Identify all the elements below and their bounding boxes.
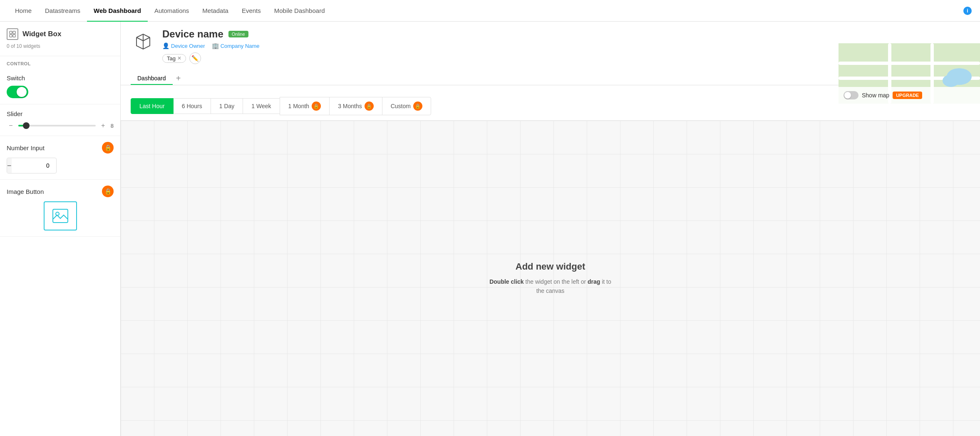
nav-web-dashboard[interactable]: Web Dashboard (87, 0, 148, 22)
desc-drag: drag (588, 278, 600, 285)
top-navigation: Home Datastreams Web Dashboard Automatio… (0, 0, 980, 22)
toggle-thumb (17, 87, 27, 97)
switch-widget-item[interactable]: Switch (0, 69, 120, 104)
device-name-row: Device name Online (162, 28, 970, 40)
desc-double-click: Double click (489, 278, 523, 285)
svg-line-8 (143, 37, 150, 41)
widget-box-title: Widget Box (22, 30, 61, 38)
upgrade-badge[interactable]: UPGRADE (893, 92, 922, 99)
map-section: Show map UPGRADE (839, 43, 980, 104)
nav-automations[interactable]: Automations (148, 0, 196, 22)
svg-line-7 (136, 37, 143, 41)
switch-widget-header: Switch (7, 74, 114, 82)
desc-rest2: it to (600, 278, 611, 285)
device-owner-link[interactable]: 👤 Device Owner (162, 42, 205, 49)
widget-box-icon (7, 28, 18, 40)
control-section-label: CONTROL (0, 58, 120, 69)
svg-rect-3 (13, 35, 15, 37)
add-widget-desc: Double click the widget on the left or d… (489, 277, 611, 296)
number-input-widget-title: Number Input (7, 144, 45, 151)
nav-home[interactable]: Home (8, 0, 38, 22)
number-input-lock-badge: 🔒 (102, 142, 114, 154)
slider-thumb[interactable] (23, 122, 30, 129)
filter-1month[interactable]: 1 Month 🔒 (280, 97, 330, 115)
tag-label: Tag (167, 55, 176, 62)
desc-rest1: the widget on the left or (524, 278, 588, 285)
svg-rect-1 (13, 31, 15, 34)
image-button-widget-header: Image Button 🔒 (7, 186, 114, 197)
widget-count: 0 of 10 widgets (0, 43, 120, 54)
nav-datastreams[interactable]: Datastreams (38, 0, 87, 22)
map-overlay: Show map UPGRADE (839, 87, 980, 104)
canvas-area[interactable]: Add new widget Double click the widget o… (121, 121, 980, 436)
canvas-content: Add new widget Double click the widget o… (121, 121, 980, 436)
number-input-container: − + (7, 158, 57, 173)
filter-3months[interactable]: 3 Months 🔒 (329, 97, 382, 115)
tag-remove-btn[interactable]: ✕ (177, 55, 181, 61)
main-layout: Widget Box 0 of 10 widgets CONTROL Switc… (0, 22, 980, 436)
filter-1month-label: 1 Month (288, 103, 310, 109)
slider-track[interactable] (18, 125, 96, 126)
3months-lock-icon: 🔒 (365, 102, 374, 111)
add-tab-btn[interactable]: + (173, 72, 184, 84)
filter-1week[interactable]: 1 Week (243, 98, 280, 114)
image-button-preview (44, 201, 77, 230)
image-button-widget-item[interactable]: Image Button 🔒 (0, 180, 120, 237)
svg-rect-4 (53, 209, 68, 223)
filter-custom[interactable]: Custom 🔒 (382, 97, 431, 115)
number-minus-btn[interactable]: − (7, 158, 12, 173)
number-input-widget-item[interactable]: Number Input 🔒 − + (0, 136, 120, 180)
nav-mobile-dashboard[interactable]: Mobile Dashboard (268, 0, 332, 22)
slider-plus-btn[interactable]: + (99, 121, 107, 130)
slider-minus-btn[interactable]: − (7, 121, 15, 130)
add-widget-title: Add new widget (516, 261, 585, 272)
company-name-label: Company Name (221, 43, 260, 49)
tag-chip: Tag ✕ (162, 54, 186, 63)
person-icon: 👤 (162, 42, 169, 49)
dashboard-tab[interactable]: Dashboard (131, 72, 173, 85)
info-icon[interactable]: i (963, 7, 972, 15)
sidebar: Widget Box 0 of 10 widgets CONTROL Switc… (0, 22, 121, 436)
slider-value: 8 (111, 123, 114, 129)
tag-edit-btn[interactable]: ✏️ (189, 52, 201, 64)
show-map-label: Show map (862, 92, 889, 99)
filter-6hours[interactable]: 6 Hours (173, 98, 211, 114)
month-lock-icon: 🔒 (312, 102, 321, 111)
number-value-input[interactable] (12, 162, 57, 169)
building-icon: 🏢 (212, 42, 219, 49)
slider-widget-item[interactable]: Slider − + 8 (0, 104, 120, 136)
slider-container: − + 8 (7, 121, 114, 130)
switch-widget-title: Switch (7, 74, 25, 82)
widget-box-header: Widget Box (0, 22, 120, 43)
slider-widget-title: Slider (7, 110, 22, 117)
number-input-widget-header: Number Input 🔒 (7, 142, 114, 154)
show-map-toggle[interactable] (844, 91, 858, 99)
device-icon (131, 28, 156, 53)
filter-1day[interactable]: 1 Day (211, 98, 243, 114)
sidebar-divider (0, 56, 120, 56)
device-name: Device name (162, 28, 223, 40)
filter-custom-label: Custom (391, 103, 411, 109)
nav-events[interactable]: Events (235, 0, 268, 22)
content-area: Show map UPGRADE (121, 22, 980, 436)
company-name-link[interactable]: 🏢 Company Name (212, 42, 260, 49)
image-button-lock-badge: 🔒 (102, 186, 114, 197)
toggle-thumb-map (844, 92, 851, 99)
desc-line2: the canvas (536, 287, 565, 294)
switch-toggle[interactable] (7, 86, 28, 98)
image-button-widget-title: Image Button (7, 188, 44, 195)
filter-3months-label: 3 Months (338, 103, 362, 109)
nav-metadata[interactable]: Metadata (196, 0, 235, 22)
filter-last-hour[interactable]: Last Hour (131, 98, 174, 114)
svg-rect-2 (10, 35, 12, 37)
online-badge: Online (228, 31, 248, 37)
svg-rect-0 (10, 31, 12, 34)
device-owner-label: Device Owner (171, 43, 205, 49)
custom-lock-icon: 🔒 (413, 102, 422, 111)
slider-widget-header: Slider (7, 110, 114, 117)
